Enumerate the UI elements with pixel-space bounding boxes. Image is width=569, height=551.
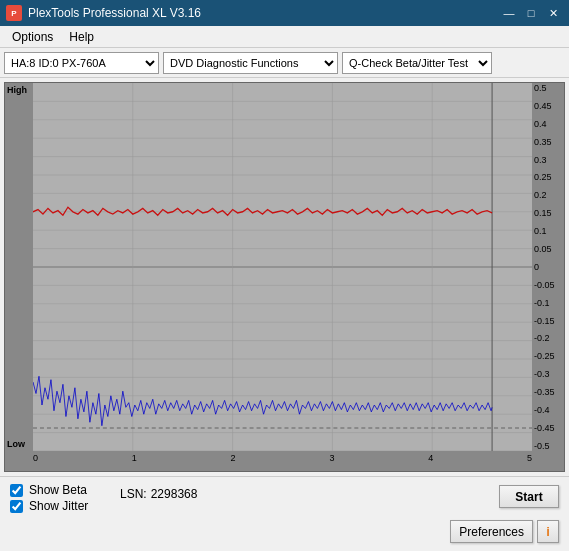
device-select[interactable]: HA:8 ID:0 PX-760A — [4, 52, 159, 74]
menu-options[interactable]: Options — [4, 28, 61, 46]
window-title: PlexTools Professional XL V3.16 — [28, 6, 201, 20]
show-beta-row: Show Beta — [10, 483, 559, 497]
show-jitter-checkbox[interactable] — [10, 500, 23, 513]
plot-area — [33, 83, 532, 451]
menu-bar: Options Help — [0, 26, 569, 48]
chart-svg — [33, 83, 532, 451]
info-icon: i — [546, 524, 550, 539]
close-button[interactable]: ✕ — [543, 5, 563, 21]
show-jitter-row: Show Jitter — [10, 499, 559, 513]
bottom-panel: Show Beta Show Jitter LSN: 2298368 Start… — [0, 476, 569, 551]
lsn-value: 2298368 — [151, 487, 198, 501]
show-beta-label: Show Beta — [29, 483, 87, 497]
show-beta-checkbox[interactable] — [10, 484, 23, 497]
test-select[interactable]: Q-Check Beta/Jitter Test — [342, 52, 492, 74]
y-axis-right: 0.5 0.45 0.4 0.35 0.3 0.25 0.2 0.15 0.1 … — [532, 83, 564, 451]
title-bar-controls: — □ ✕ — [499, 5, 563, 21]
lsn-display: LSN: 2298368 — [120, 487, 197, 501]
lsn-label: LSN: — [120, 487, 147, 501]
y-high-label: High — [7, 85, 27, 95]
chart-area: High Low 0.5 0.45 0.4 0.35 0.3 0.25 0.2 … — [4, 82, 565, 472]
minimize-button[interactable]: — — [499, 5, 519, 21]
info-button[interactable]: i — [537, 520, 559, 543]
menu-help[interactable]: Help — [61, 28, 102, 46]
start-button[interactable]: Start — [499, 485, 559, 508]
maximize-button[interactable]: □ — [521, 5, 541, 21]
show-jitter-label: Show Jitter — [29, 499, 88, 513]
function-select[interactable]: DVD Diagnostic Functions — [163, 52, 338, 74]
title-bar-left: P PlexTools Professional XL V3.16 — [6, 5, 201, 21]
main-content: High Low 0.5 0.45 0.4 0.35 0.3 0.25 0.2 … — [0, 78, 569, 551]
y-low-label: Low — [7, 439, 25, 449]
toolbar: HA:8 ID:0 PX-760A DVD Diagnostic Functio… — [0, 48, 569, 78]
app-icon: P — [6, 5, 22, 21]
preferences-button[interactable]: Preferences — [450, 520, 533, 543]
x-axis: 0 1 2 3 4 5 — [33, 451, 532, 471]
title-bar: P PlexTools Professional XL V3.16 — □ ✕ — [0, 0, 569, 26]
